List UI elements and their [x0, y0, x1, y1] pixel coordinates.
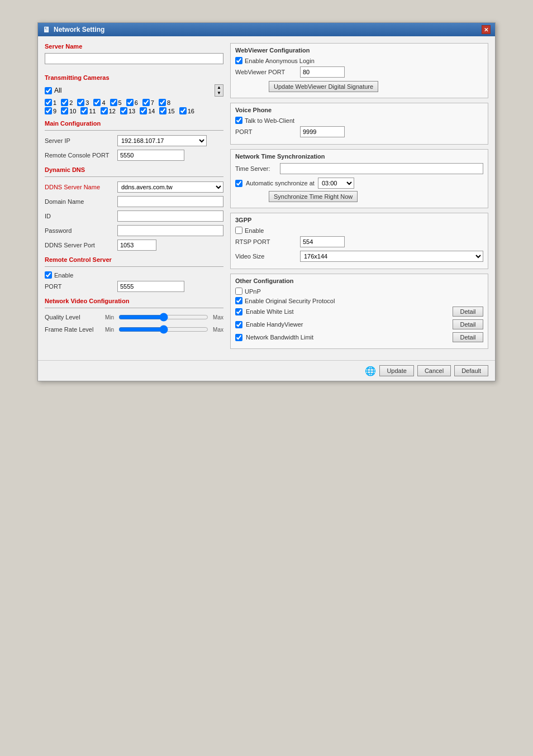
- voice-phone-group: Voice Phone Talk to Web-Client PORT: [230, 103, 488, 145]
- voice-port-row: PORT: [235, 126, 483, 137]
- sync-now-button[interactable]: Synchronize Time Right Now: [269, 191, 358, 202]
- sync-time-select[interactable]: 03:00: [318, 178, 354, 189]
- cam-3-checkbox[interactable]: [77, 99, 84, 106]
- frame-rate-level-row: Frame Rate Level Min Max: [45, 325, 223, 334]
- update-signature-button[interactable]: Update WebViewer Digital Signature: [269, 81, 378, 92]
- password-label: Password: [45, 227, 117, 234]
- domain-name-input[interactable]: [117, 196, 223, 207]
- cam-7-checkbox[interactable]: [142, 99, 150, 106]
- cancel-button[interactable]: Cancel: [417, 365, 451, 376]
- network-time-sync-title: Network Time Synchronization: [235, 153, 483, 160]
- upnp-row: UPnP: [235, 288, 483, 295]
- video-size-label: Video Size: [235, 253, 297, 260]
- network-bandwidth-limit-checkbox[interactable]: [235, 334, 242, 341]
- domain-name-row: Domain Name: [45, 196, 223, 207]
- video-size-row: Video Size 176x144: [235, 251, 483, 262]
- webviewer-port-row: WebViewer PORT: [235, 66, 483, 78]
- all-cameras-checkbox[interactable]: [45, 87, 52, 94]
- cam-11: 11: [80, 107, 96, 114]
- enable-white-list-label: Enable White List: [246, 308, 449, 315]
- enable-original-security-checkbox[interactable]: [235, 297, 242, 304]
- cam-6-checkbox[interactable]: [126, 99, 134, 106]
- remote-console-port-input[interactable]: [117, 150, 184, 161]
- webviewer-port-input[interactable]: [300, 66, 345, 78]
- cam-14-checkbox[interactable]: [140, 107, 147, 114]
- rtsp-port-input[interactable]: [300, 236, 345, 247]
- talk-to-web-client-label: Talk to Web-Client: [245, 117, 294, 124]
- cam-10-checkbox[interactable]: [61, 107, 68, 114]
- camera-row-1: 1 2 3 4 5 6 7 8: [45, 99, 223, 106]
- upnp-label: UPnP: [245, 288, 261, 295]
- cam-2-checkbox[interactable]: [61, 99, 68, 106]
- cam-15: 15: [159, 107, 174, 114]
- server-ip-row: Server IP 192.168.107.17: [45, 135, 223, 146]
- enable-handyviewer-checkbox[interactable]: [235, 321, 242, 328]
- cam-15-checkbox[interactable]: [159, 107, 166, 114]
- time-server-row: Time Server:: [235, 163, 483, 174]
- cam-11-checkbox[interactable]: [80, 107, 88, 114]
- cam-14: 14: [140, 107, 155, 114]
- ddns-server-name-select[interactable]: ddns.avers.com.tw: [117, 181, 223, 193]
- remote-control-server-label: Remote Control Server: [45, 256, 223, 263]
- other-config-title: Other Configuration: [235, 277, 483, 284]
- cam-4-checkbox[interactable]: [93, 99, 101, 106]
- enable-original-security-label: Enable Original Security Protocol: [245, 298, 335, 304]
- rtsp-port-row: RTSP PORT: [235, 236, 483, 247]
- network-time-sync-group: Network Time Synchronization Time Server…: [230, 149, 488, 208]
- remote-control-enable-checkbox[interactable]: [45, 271, 52, 279]
- network-video-config-label: Network Video Configuration: [45, 298, 223, 304]
- enable-anonymous-login-label: Enable Anonymous Login: [245, 58, 315, 64]
- scroll-up-btn[interactable]: ▲: [215, 85, 223, 90]
- cam-2: 2: [61, 99, 73, 106]
- ddns-divider: [45, 176, 223, 177]
- cameras-grid: 1 2 3 4 5 6 7 8 9 10 11 12 13 14 15: [45, 99, 223, 114]
- cam-8: 8: [159, 99, 170, 106]
- talk-to-web-client-checkbox[interactable]: [235, 117, 242, 124]
- title-bar: 🖥 Network Setting ✕: [38, 23, 495, 36]
- server-ip-select[interactable]: 192.168.107.17: [117, 135, 207, 146]
- frame-rate-max-label: Max: [213, 327, 223, 333]
- cam-13-checkbox[interactable]: [120, 107, 127, 114]
- quality-min-label: Min: [105, 314, 114, 320]
- 3gpp-enable-checkbox[interactable]: [235, 227, 242, 234]
- bandwidth-limit-detail-button[interactable]: Detail: [453, 332, 483, 342]
- handyviewer-detail-button[interactable]: Detail: [453, 319, 483, 329]
- window-icon: 🖥: [42, 25, 50, 34]
- password-input[interactable]: [117, 225, 223, 236]
- voice-port-label: PORT: [235, 128, 297, 135]
- 3gpp-enable-label: Enable: [245, 227, 264, 234]
- ddns-server-port-input[interactable]: [117, 240, 156, 251]
- server-name-section-label: Server Name: [45, 43, 223, 50]
- frame-rate-level-slider[interactable]: [118, 325, 208, 334]
- all-cameras-label: All: [54, 87, 61, 94]
- quality-level-slider[interactable]: [118, 313, 208, 322]
- id-input[interactable]: [117, 210, 223, 222]
- cam-9-checkbox[interactable]: [45, 107, 52, 114]
- cam-5-checkbox[interactable]: [110, 99, 117, 106]
- enable-anonymous-login-checkbox[interactable]: [235, 57, 242, 64]
- close-button[interactable]: ✕: [482, 25, 491, 34]
- webviewer-port-label: WebViewer PORT: [235, 69, 297, 75]
- enable-handyviewer-label: Enable HandyViewer: [246, 321, 449, 328]
- 3gpp-title: 3GPP: [235, 217, 483, 223]
- update-button[interactable]: Update: [379, 365, 413, 376]
- voice-port-input[interactable]: [300, 126, 345, 137]
- cam-1-checkbox[interactable]: [45, 99, 52, 106]
- all-cameras-row: All ▲ ▼: [45, 84, 223, 97]
- remote-control-port-input[interactable]: [117, 281, 184, 292]
- server-name-input[interactable]: [45, 53, 223, 64]
- upnp-checkbox[interactable]: [235, 288, 242, 295]
- video-size-select[interactable]: 176x144: [300, 251, 483, 262]
- enable-white-list-checkbox[interactable]: [235, 308, 242, 315]
- default-button[interactable]: Default: [454, 365, 488, 376]
- time-server-input[interactable]: [280, 163, 483, 174]
- white-list-detail-button[interactable]: Detail: [453, 307, 483, 317]
- scroll-down-btn[interactable]: ▼: [215, 90, 223, 96]
- auto-sync-row: Automatic synchronize at 03:00: [235, 178, 483, 189]
- auto-sync-checkbox[interactable]: [235, 180, 242, 187]
- cam-8-checkbox[interactable]: [159, 99, 166, 106]
- cam-12-checkbox[interactable]: [101, 107, 108, 114]
- network-bandwidth-limit-row: Network Bandwidth Limit Detail: [235, 332, 483, 342]
- cam-16-checkbox[interactable]: [179, 107, 187, 114]
- enable-white-list-row: Enable White List Detail: [235, 307, 483, 317]
